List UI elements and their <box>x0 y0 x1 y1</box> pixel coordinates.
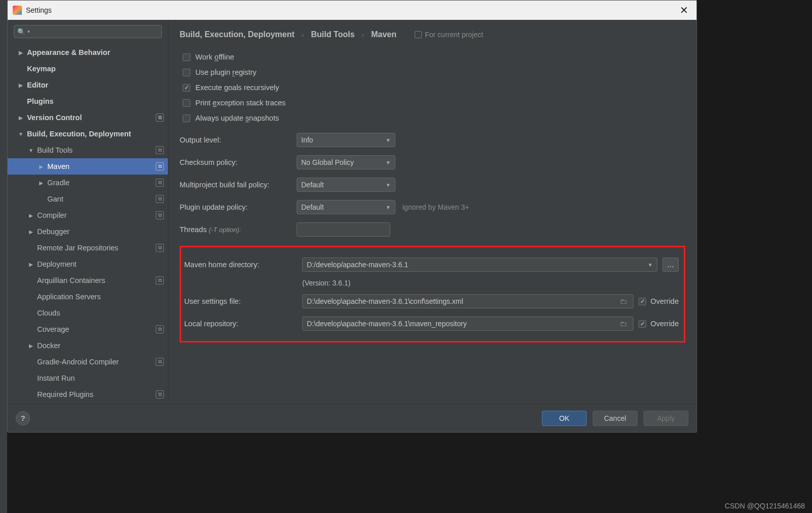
select-value: Default <box>301 181 324 189</box>
threads-label: Threads (-T option): <box>180 225 297 234</box>
tree-label: Gant <box>47 195 63 203</box>
checkbox-icon[interactable] <box>183 115 190 122</box>
tree-arquillian[interactable]: Arquillian Containers ⧉ <box>8 272 168 289</box>
chevron-down-icon: ▼ <box>648 262 653 268</box>
tree-label: Plugins <box>27 97 53 105</box>
folder-icon[interactable]: 🗀 <box>620 320 627 328</box>
local-repo-input[interactable]: D:\develop\apache-maven-3.6.1\maven_repo… <box>302 317 633 331</box>
tree-label: Build Tools <box>37 146 73 154</box>
use-plugin-row[interactable]: Use plugin registry <box>180 65 685 80</box>
use-plugin-label: Use plugin registry <box>195 68 256 76</box>
chevron-down-icon: ▼ <box>386 182 391 188</box>
checkbox-icon[interactable] <box>183 99 190 107</box>
tree-label: Debugger <box>37 227 70 236</box>
tree-version-control[interactable]: ▶ Version Control ⧉ <box>8 109 168 126</box>
window-title: Settings <box>26 6 52 14</box>
tree-gradle-android[interactable]: Gradle-Android Compiler ⧉ <box>8 354 168 370</box>
help-button[interactable]: ? <box>16 411 30 425</box>
tree-label: Docker <box>37 341 61 350</box>
search-input[interactable]: 🔍 ▾ <box>14 25 162 38</box>
print-exc-row[interactable]: Print exception stack traces <box>180 95 685 110</box>
chevron-down-icon: ▾ <box>27 29 30 34</box>
project-badge-icon: ⧉ <box>156 244 164 252</box>
always-update-label: Always update snapshots <box>195 114 279 122</box>
tree-appearance[interactable]: ▶ Appearance & Behavior <box>8 44 168 61</box>
folder-icon[interactable]: 🗀 <box>620 297 627 305</box>
tree-build-execution[interactable]: ▼ Build, Execution, Deployment <box>8 126 168 142</box>
chevron-right-icon: ▶ <box>18 115 24 121</box>
tree-docker[interactable]: ▶ Docker <box>8 337 168 354</box>
chevron-right-icon: ▶ <box>28 229 34 235</box>
project-badge-icon: ⧉ <box>156 113 164 122</box>
tree-label: Editor <box>27 81 48 89</box>
exec-goals-row[interactable]: Execute goals recursively <box>180 80 685 95</box>
user-settings-label: User settings file: <box>183 297 297 305</box>
local-repo-override[interactable]: Override <box>639 320 679 328</box>
app-icon <box>13 6 22 15</box>
crumb-b[interactable]: Build Tools <box>311 30 355 39</box>
tree-gradle[interactable]: ▶ Gradle ⧉ <box>8 175 168 191</box>
project-badge-icon: ⧉ <box>156 179 164 187</box>
tree-label: Appearance & Behavior <box>27 48 110 56</box>
project-badge-icon <box>415 31 422 38</box>
work-offline-row[interactable]: Work offline <box>180 49 685 65</box>
checkbox-icon[interactable] <box>639 320 646 328</box>
tree-required-plugins[interactable]: Required Plugins ⧉ <box>8 386 168 403</box>
threads-hint: (-T option): <box>209 226 241 234</box>
checkbox-icon[interactable] <box>183 84 190 92</box>
tree-instant-run[interactable]: Instant Run <box>8 370 168 386</box>
threads-label-text: Threads <box>180 225 209 234</box>
checksum-label: Checksum policy: <box>180 158 297 166</box>
tree-editor[interactable]: ▶ Editor <box>8 77 168 93</box>
threads-input[interactable] <box>297 222 390 237</box>
chevron-right-icon: ▶ <box>18 50 24 55</box>
settings-sidebar: 🔍 ▾ ▶ Appearance & Behavior Keymap ▶ Edi… <box>8 20 168 404</box>
chevron-down-icon: ▼ <box>18 131 24 137</box>
tree-remote-jar[interactable]: Remote Jar Repositories ⧉ <box>8 240 168 256</box>
ellipsis-icon: ... <box>667 260 674 269</box>
user-settings-input[interactable]: D:\develop\apache-maven-3.6.1\conf\setti… <box>302 294 633 308</box>
close-icon[interactable]: ✕ <box>677 3 691 17</box>
cancel-button[interactable]: Cancel <box>593 411 637 426</box>
plugin-update-label: Plugin update policy: <box>180 203 297 211</box>
for-project-label: For current project <box>415 31 483 39</box>
tree-gant[interactable]: Gant ⧉ <box>8 191 168 207</box>
local-repo-label: Local repository: <box>183 320 297 328</box>
maven-home-combo[interactable]: D:/develop/apache-maven-3.6.1 ▼ <box>302 258 657 272</box>
dialog-footer: ? OK Cancel Apply <box>8 404 697 432</box>
tree-compiler[interactable]: ▶ Compiler ⧉ <box>8 207 168 223</box>
tree-build-tools[interactable]: ▼ Build Tools ⧉ <box>8 142 168 158</box>
checksum-select[interactable]: No Global Policy ▼ <box>297 155 395 169</box>
highlight-annotation: Maven home directory: D:/develop/apache-… <box>180 246 685 343</box>
tree-keymap[interactable]: Keymap <box>8 61 168 77</box>
tree-debugger[interactable]: ▶ Debugger <box>8 223 168 240</box>
tree-clouds[interactable]: Clouds <box>8 305 168 321</box>
user-settings-override[interactable]: Override <box>639 297 679 305</box>
checkbox-icon[interactable] <box>183 69 190 76</box>
app-gutter <box>0 0 7 513</box>
plugin-update-select[interactable]: Default ▼ <box>297 200 395 214</box>
output-level-select[interactable]: Info ▼ <box>297 133 395 147</box>
tree-plugins[interactable]: Plugins <box>8 93 168 109</box>
checkbox-icon[interactable] <box>639 298 646 305</box>
tree-deployment[interactable]: ▶ Deployment <box>8 256 168 272</box>
maven-home-label: Maven home directory: <box>183 261 297 269</box>
multiproj-label: Multiproject build fail policy: <box>180 181 297 189</box>
tree-coverage[interactable]: Coverage ⧉ <box>8 321 168 337</box>
apply-button[interactable]: Apply <box>644 411 688 426</box>
tree-app-servers[interactable]: Application Servers <box>8 289 168 305</box>
tree-label: Clouds <box>37 309 60 317</box>
work-offline-label: Work offline <box>195 53 234 61</box>
tree-label: Gradle-Android Compiler <box>37 358 119 366</box>
override-label: Override <box>650 320 679 328</box>
checkbox-icon[interactable] <box>183 53 190 61</box>
settings-main: Build, Execution, Deployment › Build Too… <box>168 20 697 404</box>
multiproj-select[interactable]: Default ▼ <box>297 178 395 192</box>
ok-button[interactable]: OK <box>542 411 587 426</box>
browse-button[interactable]: ... <box>662 258 679 272</box>
always-update-row[interactable]: Always update snapshots <box>180 110 685 126</box>
select-value: No Global Policy <box>301 158 354 166</box>
tree-maven[interactable]: ▶ Maven ⧉ <box>8 158 168 175</box>
project-badge-icon: ⧉ <box>156 390 164 398</box>
crumb-a[interactable]: Build, Execution, Deployment <box>180 30 295 39</box>
